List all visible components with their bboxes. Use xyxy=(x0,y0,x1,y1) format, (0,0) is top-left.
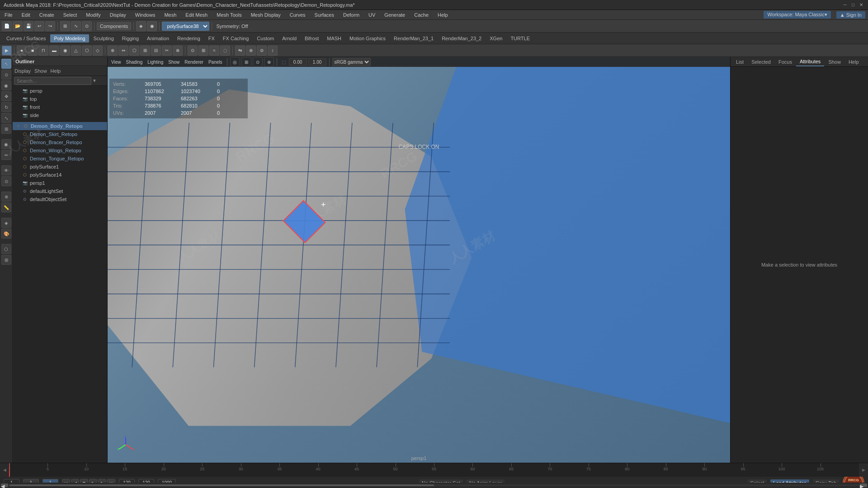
tab-rendering[interactable]: Rendering xyxy=(174,34,204,42)
conform-btn[interactable]: ↕ xyxy=(268,46,278,56)
viewport-canvas[interactable]: Verts: 369705 341583 0 Edges: 1107862 10… xyxy=(108,67,730,463)
tab-fx-caching[interactable]: FX Caching xyxy=(219,34,252,42)
tab-mash[interactable]: MASH xyxy=(323,34,345,42)
vp-sel-btn[interactable]: ⊙ xyxy=(253,57,263,67)
menu-edit[interactable]: Edit xyxy=(20,11,32,19)
tab-fx[interactable]: FX xyxy=(205,34,218,42)
tab-motion-graphics[interactable]: Motion Graphics xyxy=(346,34,389,42)
tab-poly-modeling[interactable]: Poly Modeling xyxy=(50,34,89,42)
snap-btn[interactable]: ⊕ xyxy=(1,192,11,202)
lighting-menu[interactable]: Lighting xyxy=(146,59,165,66)
scroll-right-btn[interactable]: ▶ xyxy=(860,483,867,487)
outliner-search-input[interactable] xyxy=(14,77,91,85)
tab-xgen[interactable]: XGen xyxy=(486,34,506,42)
menu-file[interactable]: File xyxy=(3,11,14,19)
tab-turtle[interactable]: TURTLE xyxy=(507,34,533,42)
connect-btn[interactable]: ⊗ xyxy=(173,46,183,56)
components-label[interactable]: Components xyxy=(97,22,131,30)
rp-tab-selected[interactable]: Selected xyxy=(748,58,774,66)
save-file-btn[interactable]: 💾 xyxy=(24,21,33,31)
scroll-thumb[interactable] xyxy=(9,484,434,486)
show-menu[interactable]: Show xyxy=(166,59,181,66)
menu-generate[interactable]: Generate xyxy=(382,11,407,19)
renderer-menu[interactable]: Renderer xyxy=(183,59,205,66)
snap-curve-btn[interactable]: ∿ xyxy=(71,21,81,31)
tab-sculpting[interactable]: Sculpting xyxy=(90,34,118,42)
tab-curves-surfaces[interactable]: Curves / Surfaces xyxy=(3,34,49,42)
signin-button[interactable]: ▲ Sign In xyxy=(836,11,865,19)
poly-cube-btn[interactable]: ■ xyxy=(28,46,38,56)
rp-tab-focus[interactable]: Focus xyxy=(775,58,796,66)
merge-btn[interactable]: ⊞ xyxy=(198,46,208,56)
relax-btn[interactable]: ≈ xyxy=(209,46,219,56)
outliner-item-persp[interactable]: 📷 persp xyxy=(13,87,107,95)
view-menu[interactable]: View xyxy=(109,59,123,66)
menu-windows[interactable]: Windows xyxy=(133,11,157,19)
tab-renderman1[interactable]: RenderMan_23_1 xyxy=(390,34,437,42)
scroll-left-btn[interactable]: ◀ xyxy=(1,483,8,487)
scale-tool[interactable]: ⤡ xyxy=(1,113,11,123)
extrude-btn[interactable]: ⊕ xyxy=(108,46,118,56)
poly-torus-btn[interactable]: ◉ xyxy=(60,46,70,56)
transform-tool[interactable]: ⊞ xyxy=(1,124,11,134)
rp-tab-attributes[interactable]: Attributes xyxy=(796,57,824,66)
rp-tab-list[interactable]: List xyxy=(732,58,747,66)
poly-plane-btn[interactable]: ▬ xyxy=(49,46,59,56)
tab-animation[interactable]: Animation xyxy=(143,34,173,42)
vp-color-mode-select[interactable]: sRGB gamma xyxy=(332,58,371,66)
workspace-dropdown[interactable]: Workspace: Maya Classic▾ xyxy=(764,11,830,19)
move-tool[interactable]: ✥ xyxy=(1,91,11,101)
menu-modify[interactable]: Modify xyxy=(84,11,102,19)
outliner-show-menu[interactable]: Show xyxy=(34,68,47,74)
tab-arnold[interactable]: Arnold xyxy=(278,34,300,42)
vp-snap-btn[interactable]: ⊕ xyxy=(264,57,274,67)
paint-btn[interactable]: 🎨 xyxy=(1,229,11,239)
show-hide-btn[interactable]: 👁 xyxy=(1,165,11,175)
menu-surfaces[interactable]: Surfaces xyxy=(313,11,336,19)
poly-cylinder-btn[interactable]: ⊓ xyxy=(38,46,48,56)
menu-select[interactable]: Select xyxy=(61,11,79,19)
isolate-btn[interactable]: ⊙ xyxy=(1,176,11,186)
snap-point-btn[interactable]: ⊙ xyxy=(82,21,92,31)
new-file-btn[interactable]: 📄 xyxy=(2,21,12,31)
outliner-search-arrow[interactable]: ▼ xyxy=(92,78,97,83)
rp-tab-help[interactable]: Help xyxy=(845,58,863,66)
maximize-button[interactable]: □ xyxy=(850,2,856,8)
menu-mesh[interactable]: Mesh xyxy=(162,11,178,19)
offset-loop-btn[interactable]: ⊟ xyxy=(151,46,161,56)
tab-bifrost[interactable]: Bifrost xyxy=(301,34,322,42)
vp-near-clip-input[interactable] xyxy=(289,58,307,66)
panels-menu[interactable]: Panels xyxy=(207,59,224,66)
layout-btn[interactable]: ⊞ xyxy=(1,255,11,265)
menu-display[interactable]: Display xyxy=(108,11,128,19)
menu-uv[interactable]: UV xyxy=(367,11,377,19)
outliner-display-menu[interactable]: Display xyxy=(14,68,31,74)
poly-disk-btn[interactable]: ⬡ xyxy=(82,46,92,56)
poly-cone-btn[interactable]: △ xyxy=(71,46,81,56)
outliner-item-default-light-set[interactable]: ⊙ defaultLightSet xyxy=(13,187,107,195)
outliner-item-demon-body[interactable]: ▼ ⬡ Demon_Body_Retopo xyxy=(13,122,107,130)
tab-custom[interactable]: Custom xyxy=(253,34,278,42)
outliner-help-menu[interactable]: Help xyxy=(51,68,61,74)
select-tool[interactable]: ↖ xyxy=(1,59,11,69)
poly-sphere-btn[interactable]: ● xyxy=(17,46,27,56)
insert-loop-btn[interactable]: ⊞ xyxy=(140,46,150,56)
menu-curves[interactable]: Curves xyxy=(288,11,307,19)
outliner-item-top[interactable]: 📷 top xyxy=(13,95,107,103)
render-btn[interactable]: ◈ xyxy=(136,21,146,31)
lasso-tool[interactable]: ⊙ xyxy=(1,70,11,80)
separate-btn[interactable]: ⊘ xyxy=(257,46,267,56)
soft-sel-tool[interactable]: ◉ xyxy=(1,139,11,149)
sculpt-btn[interactable]: ◈ xyxy=(1,218,11,228)
outliner-item-persp1[interactable]: 📷 persp1 xyxy=(13,179,107,187)
menu-create[interactable]: Create xyxy=(38,11,56,19)
window-controls[interactable]: ─ □ ✕ xyxy=(842,2,864,8)
smooth-btn[interactable]: ◌ xyxy=(220,46,230,56)
ipr-btn[interactable]: ◉ xyxy=(147,21,157,31)
paint-sel-tool[interactable]: ◉ xyxy=(1,80,11,90)
multi-cut-btn[interactable]: ✂ xyxy=(162,46,172,56)
measure-btn[interactable]: 📏 xyxy=(1,202,11,212)
poly-prism-btn[interactable]: ◇ xyxy=(93,46,103,56)
polysurf-dropdown[interactable]: polySurface38 xyxy=(162,22,209,31)
combine-btn[interactable]: ⊕ xyxy=(246,46,256,56)
